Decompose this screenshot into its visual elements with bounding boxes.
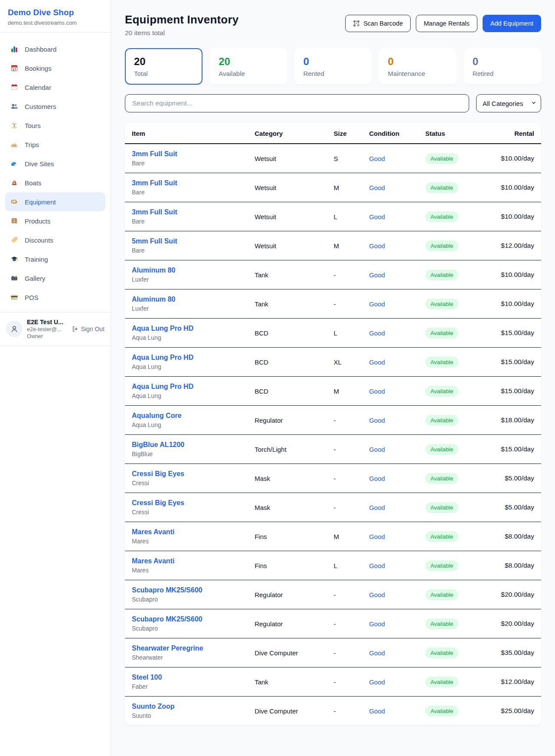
item-size: M	[327, 522, 362, 551]
condition-link[interactable]: Good	[369, 562, 385, 569]
condition-link[interactable]: Good	[369, 417, 385, 424]
condition-link[interactable]: Good	[369, 184, 385, 191]
sidebar-item-training[interactable]: Training	[5, 250, 105, 269]
condition-link[interactable]: Good	[369, 388, 385, 395]
item-name-link[interactable]: Aqua Lung Pro HD	[132, 354, 241, 362]
item-name-link[interactable]: Aluminum 80	[132, 266, 241, 274]
table-row[interactable]: Shearwater Peregrine Shearwater Dive Com…	[125, 638, 541, 667]
table-row[interactable]: Suunto Zoop Suunto Dive Computer - Good …	[125, 697, 541, 726]
item-name-link[interactable]: Mares Avanti	[132, 528, 241, 536]
manage-rentals-button[interactable]: Manage Rentals	[416, 15, 477, 32]
rental-price: $12.00/day	[485, 231, 541, 260]
condition-link[interactable]: Good	[369, 591, 385, 598]
scan-barcode-button[interactable]: Scan Barcode	[345, 15, 411, 32]
add-equipment-button[interactable]: Add Equipment	[483, 15, 541, 32]
item-category: Wetsuit	[248, 231, 326, 260]
sidebar-item-label: Products	[25, 217, 50, 225]
table-row[interactable]: Cressi Big Eyes Cressi Mask - Good Avail…	[125, 493, 541, 522]
condition-link[interactable]: Good	[369, 620, 385, 628]
condition-link[interactable]: Good	[369, 678, 385, 686]
sidebar-item-calendar[interactable]: Calendar	[5, 78, 105, 97]
item-brand: Luxfer	[132, 276, 241, 283]
sign-out-button[interactable]: Sign Out	[72, 325, 104, 332]
table-row[interactable]: 3mm Full Suit Bare Wetsuit S Good Availa…	[125, 144, 541, 173]
item-name-link[interactable]: 5mm Full Suit	[132, 237, 241, 245]
table-row[interactable]: Cressi Big Eyes Cressi Mask - Good Avail…	[125, 464, 541, 493]
item-name-link[interactable]: Suunto Zoop	[132, 703, 241, 710]
condition-link[interactable]: Good	[369, 649, 385, 657]
table-row[interactable]: Aqua Lung Pro HD Aqua Lung BCD XL Good A…	[125, 348, 541, 377]
item-size: L	[327, 551, 362, 580]
sidebar-item-boats[interactable]: Boats	[5, 173, 105, 192]
table-row[interactable]: Scubapro MK25/S600 Scubapro Regulator - …	[125, 580, 541, 609]
stat-card-total[interactable]: 20 Total	[125, 48, 202, 85]
search-input[interactable]	[125, 94, 469, 112]
stat-card-retired[interactable]: 0 Retired	[464, 48, 541, 85]
item-name-link[interactable]: Cressi Big Eyes	[132, 470, 241, 478]
table-row[interactable]: 3mm Full Suit Bare Wetsuit L Good Availa…	[125, 202, 541, 231]
item-name-link[interactable]: Aqua Lung Pro HD	[132, 383, 241, 391]
sign-out-label: Sign Out	[81, 325, 104, 332]
sidebar-item-pos[interactable]: POS	[5, 288, 105, 307]
category-select[interactable]: All Categories	[476, 94, 541, 112]
item-name-link[interactable]: Scubapro MK25/S600	[132, 615, 241, 623]
sidebar-item-bookings[interactable]: 17 Bookings	[5, 59, 105, 78]
table-row[interactable]: Scubapro MK25/S600 Scubapro Regulator - …	[125, 609, 541, 638]
sidebar-item-tours[interactable]: Tours	[5, 116, 105, 135]
condition-link[interactable]: Good	[369, 475, 385, 482]
condition-link[interactable]: Good	[369, 242, 385, 250]
item-name-link[interactable]: Shearwater Peregrine	[132, 644, 241, 652]
condition-link[interactable]: Good	[369, 504, 385, 511]
item-name-link[interactable]: 3mm Full Suit	[132, 179, 241, 187]
stat-cards: 20 Total 20 Available 0 Rented 0 Mainten…	[125, 48, 541, 85]
condition-link[interactable]: Good	[369, 271, 385, 279]
sidebar-item-equipment[interactable]: Equipment	[5, 192, 105, 211]
brand-name[interactable]: Demo Dive Shop	[8, 8, 103, 17]
sidebar-item-gallery[interactable]: Gallery	[5, 269, 105, 288]
item-name-link[interactable]: Cressi Big Eyes	[132, 499, 241, 507]
item-name-link[interactable]: Aluminum 80	[132, 296, 241, 303]
condition-link[interactable]: Good	[369, 358, 385, 366]
table-row[interactable]: Aqualung Core Aqua Lung Regulator - Good…	[125, 406, 541, 435]
item-category: BCD	[248, 377, 326, 406]
stat-card-maintenance[interactable]: 0 Maintenance	[379, 48, 457, 85]
item-name-link[interactable]: 3mm Full Suit	[132, 208, 241, 216]
table-row[interactable]: 5mm Full Suit Bare Wetsuit M Good Availa…	[125, 231, 541, 260]
item-name-link[interactable]: BigBlue AL1200	[132, 441, 241, 449]
stat-card-available[interactable]: 20 Available	[209, 48, 287, 85]
condition-link[interactable]: Good	[369, 300, 385, 308]
item-name-link[interactable]: Aqualung Core	[132, 412, 241, 420]
condition-link[interactable]: Good	[369, 213, 385, 220]
table-row[interactable]: Aqua Lung Pro HD Aqua Lung BCD L Good Av…	[125, 319, 541, 348]
table-row[interactable]: Mares Avanti Mares Fins L Good Available…	[125, 551, 541, 580]
sidebar-item-customers[interactable]: Customers	[5, 97, 105, 116]
sidebar-item-dashboard[interactable]: Dashboard	[5, 39, 105, 59]
condition-link[interactable]: Good	[369, 533, 385, 540]
sidebar-item-products[interactable]: Products	[5, 211, 105, 230]
table-row[interactable]: Mares Avanti Mares Fins M Good Available…	[125, 522, 541, 551]
condition-link[interactable]: Good	[369, 155, 385, 162]
item-name-link[interactable]: Steel 100	[132, 674, 241, 681]
item-name-link[interactable]: Aqua Lung Pro HD	[132, 325, 241, 332]
condition-link[interactable]: Good	[369, 446, 385, 453]
condition-link[interactable]: Good	[369, 707, 385, 715]
status-badge: Available	[425, 531, 459, 542]
table-row[interactable]: Aluminum 80 Luxfer Tank - Good Available…	[125, 260, 541, 289]
sidebar-item-trips[interactable]: Trips	[5, 135, 105, 154]
table-row[interactable]: Aqua Lung Pro HD Aqua Lung BCD M Good Av…	[125, 377, 541, 406]
item-name-link[interactable]: Scubapro MK25/S600	[132, 586, 241, 594]
condition-link[interactable]: Good	[369, 329, 385, 337]
item-name-link[interactable]: Mares Avanti	[132, 557, 241, 565]
item-name-link[interactable]: 3mm Full Suit	[132, 150, 241, 158]
stat-card-rented[interactable]: 0 Rented	[294, 48, 372, 85]
item-size: -	[327, 580, 362, 609]
table-row[interactable]: Steel 100 Faber Tank - Good Available $1…	[125, 667, 541, 697]
sidebar-item-dive-sites[interactable]: Dive Sites	[5, 154, 105, 173]
sidebar-item-discounts[interactable]: Discounts	[5, 230, 105, 250]
item-brand: Scubapro	[132, 625, 241, 632]
table-row[interactable]: 3mm Full Suit Bare Wetsuit M Good Availa…	[125, 173, 541, 202]
table-row[interactable]: BigBlue AL1200 BigBlue Torch/Light - Goo…	[125, 435, 541, 464]
table-row[interactable]: Aluminum 80 Luxfer Tank - Good Available…	[125, 289, 541, 319]
scan-barcode-icon	[353, 20, 360, 27]
brand[interactable]: Demo Dive Shop demo.test.divestreams.com	[0, 0, 111, 33]
